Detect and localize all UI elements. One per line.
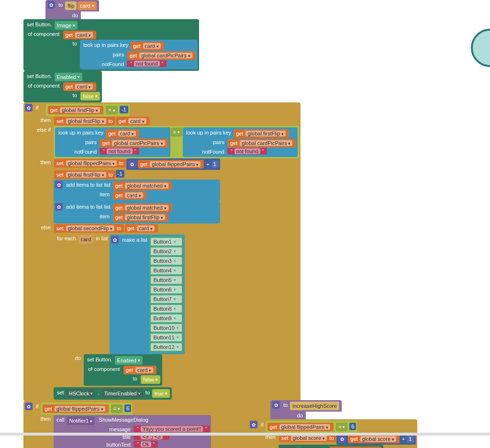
- to-label-2: to: [25, 91, 80, 99]
- eq-wrap-2: look up in pairs keyget card pairsget gl…: [54, 126, 299, 158]
- proc-param[interactable]: card: [78, 1, 96, 10]
- if-label: if: [34, 104, 46, 112]
- foreach-var[interactable]: card: [78, 235, 93, 244]
- then-1: then: [25, 116, 54, 124]
- button-item[interactable]: Button4: [150, 266, 182, 275]
- button-item[interactable]: Button2: [150, 247, 182, 256]
- else-1: else: [25, 224, 54, 231]
- pairs-label: pairs: [81, 51, 127, 58]
- elseif-label: else if: [25, 126, 54, 134]
- scrollbar-track[interactable]: [0, 433, 490, 436]
- eq-dd[interactable]: =: [106, 106, 117, 114]
- math-plus[interactable]: get global flippedPairs + 1: [126, 158, 220, 170]
- set-firstflip[interactable]: set global firstFlip to: [54, 117, 115, 125]
- button-item[interactable]: Button5: [150, 276, 182, 284]
- button-item[interactable]: Button3: [150, 257, 182, 265]
- false-1[interactable]: false: [80, 92, 100, 101]
- gear-icon[interactable]: [47, 1, 55, 9]
- get-card-4[interactable]: get card: [116, 117, 150, 125]
- proc-name[interactable]: flip: [65, 1, 77, 10]
- do-label: do: [52, 11, 81, 19]
- button-item[interactable]: Button10: [150, 324, 182, 332]
- set-button-enabled: set Button.: [25, 72, 54, 80]
- enabled-dd[interactable]: Enabled: [55, 73, 82, 81]
- neg1-1[interactable]: -1: [120, 106, 128, 113]
- get-card-3[interactable]: get card: [63, 82, 97, 91]
- of-component-label: of component: [25, 30, 63, 38]
- button-item[interactable]: Button6: [150, 285, 182, 294]
- button-item[interactable]: Button8: [150, 304, 182, 313]
- proc2-name[interactable]: increaseHighScore: [290, 402, 339, 410]
- proc-to: to: [56, 1, 65, 9]
- nf-label: notFound: [81, 60, 127, 68]
- get-cardpic[interactable]: get global cardPicPairs: [127, 51, 196, 60]
- to-label: to: [25, 40, 80, 47]
- then-2: then: [25, 158, 54, 166]
- gear-2[interactable]: [25, 104, 33, 112]
- eq-dd-2[interactable]: =: [171, 128, 182, 136]
- button-item[interactable]: Button7: [150, 295, 182, 303]
- lookup-key: look up in pairs key: [81, 41, 130, 49]
- decoration-circle: [471, 29, 490, 67]
- nf-text[interactable]: “not found”: [127, 60, 167, 67]
- button-list: Button1Button2Button3Button4Button5Butto…: [149, 236, 183, 353]
- get-card-2[interactable]: get card: [131, 42, 164, 50]
- button-item[interactable]: Button9: [150, 314, 182, 323]
- button-item[interactable]: Button1: [150, 237, 182, 246]
- of-component-2: of component: [25, 82, 63, 90]
- image-dd[interactable]: Image: [55, 21, 78, 30]
- button-item[interactable]: Button11: [150, 333, 182, 342]
- set-secondflip[interactable]: set global secondFlip to: [54, 224, 124, 233]
- eq-wrap: get global firstFlip = -1: [46, 104, 130, 116]
- get-card[interactable]: get card: [63, 31, 97, 39]
- get-firstflip[interactable]: get global firstFlip: [48, 106, 103, 114]
- set-flippedpairs[interactable]: set global flippedPairs to: [54, 159, 126, 168]
- button-item[interactable]: Button12: [150, 343, 182, 351]
- set-firstflip-2[interactable]: set global firstFlip to: [54, 170, 115, 179]
- set-button-label: set Button.: [25, 21, 54, 28]
